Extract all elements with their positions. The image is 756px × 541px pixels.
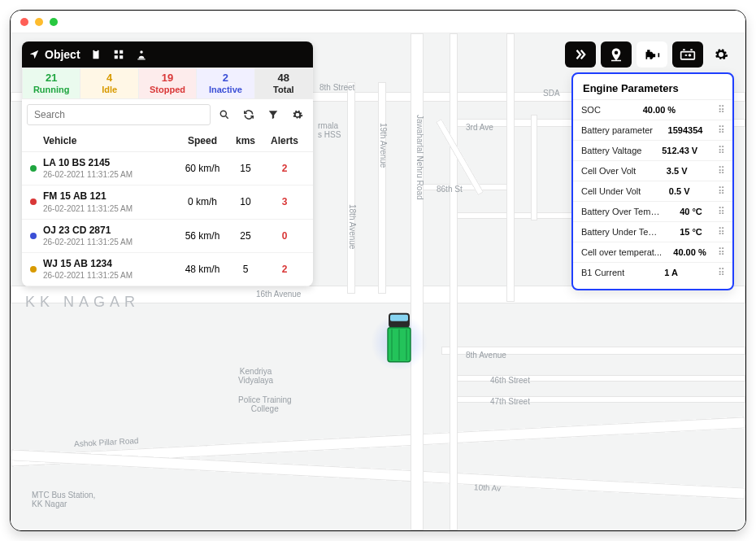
location-button[interactable] bbox=[601, 41, 632, 68]
param-label: Cell Over Volt bbox=[581, 166, 636, 176]
speed-cell: 56 km/h bbox=[178, 230, 227, 242]
param-label: SOC bbox=[581, 105, 601, 115]
drag-handle-icon[interactable]: ⠿ bbox=[718, 189, 724, 194]
param-value: 40.00 % bbox=[673, 247, 706, 257]
svg-rect-8 bbox=[93, 50, 98, 59]
param-value: 1 A bbox=[664, 268, 678, 277]
param-label: Battery Valtage bbox=[581, 146, 641, 155]
road bbox=[417, 184, 515, 190]
status-idle[interactable]: 4Idle bbox=[80, 68, 138, 99]
road bbox=[347, 82, 355, 294]
clipboard-icon[interactable] bbox=[89, 49, 103, 60]
status-total[interactable]: 48Total bbox=[255, 68, 313, 99]
filter-icon bbox=[267, 109, 279, 120]
road-label: 3rd Ave bbox=[466, 123, 493, 132]
grid-icon[interactable] bbox=[111, 49, 126, 60]
param-value: 1594354 bbox=[668, 125, 703, 135]
engine-button[interactable] bbox=[637, 41, 667, 68]
map-poi: Kendriya Vidyalaya bbox=[238, 367, 273, 385]
panel-settings-button[interactable] bbox=[287, 104, 308, 125]
drag-handle-icon[interactable]: ⠿ bbox=[718, 229, 724, 234]
window-close-dot[interactable] bbox=[20, 18, 28, 26]
svg-rect-10 bbox=[114, 50, 117, 54]
top-toolbar bbox=[565, 41, 734, 68]
drag-handle-icon[interactable]: ⠿ bbox=[718, 250, 724, 255]
search-row bbox=[22, 99, 313, 130]
status-dot bbox=[30, 165, 37, 172]
vehicle-cell: WJ 15 AB 123426-02-2021 11:31:25 AM bbox=[43, 258, 178, 281]
speed-cell: 60 km/h bbox=[178, 163, 227, 174]
expand-button[interactable] bbox=[565, 41, 596, 68]
object-panel-title: Object bbox=[45, 48, 80, 61]
window-titlebar bbox=[11, 11, 745, 33]
settings-button[interactable] bbox=[708, 41, 734, 68]
road-label: 10th Av bbox=[474, 482, 502, 493]
status-dot bbox=[30, 233, 37, 239]
vehicle-cell: OJ 23 CD 287126-02-2021 11:31:25 AM bbox=[43, 225, 178, 247]
road-label: 8th Street bbox=[319, 83, 354, 92]
refresh-button[interactable] bbox=[238, 104, 259, 125]
gear-icon bbox=[714, 47, 728, 62]
kms-cell: 10 bbox=[227, 196, 264, 207]
window-maximize-dot[interactable] bbox=[50, 18, 58, 26]
map-poi: SDA bbox=[543, 89, 560, 98]
person-pin-icon[interactable] bbox=[134, 49, 149, 60]
alerts-cell: 2 bbox=[264, 163, 305, 174]
param-label: B1 Current bbox=[581, 268, 624, 277]
svg-rect-9 bbox=[94, 50, 98, 51]
drag-handle-icon[interactable]: ⠿ bbox=[718, 168, 724, 173]
param-label: Battery Over Temper... bbox=[581, 207, 664, 216]
status-stopped[interactable]: 19Stopped bbox=[139, 68, 197, 99]
drag-handle-icon[interactable]: ⠿ bbox=[718, 128, 724, 133]
svg-rect-12 bbox=[114, 55, 117, 59]
status-dot bbox=[30, 199, 37, 205]
param-value: 3.5 V bbox=[667, 166, 688, 176]
engine-panel-title: Engine Parameters bbox=[573, 81, 732, 99]
truck-icon bbox=[385, 312, 413, 365]
table-row[interactable]: WJ 15 AB 123426-02-2021 11:31:25 AM 48 k… bbox=[22, 253, 313, 286]
svg-rect-7 bbox=[681, 52, 695, 59]
drag-handle-icon[interactable]: ⠿ bbox=[718, 148, 724, 153]
road-label: Ashok Pillar Road bbox=[74, 436, 139, 448]
road-label: 16th Avenue bbox=[256, 290, 301, 299]
table-row[interactable]: FM 15 AB 12126-02-2021 11:31:25 AM 0 km/… bbox=[22, 185, 313, 219]
vehicle-marker[interactable] bbox=[371, 314, 428, 371]
vehicle-table-body: LA 10 BS 214526-02-2021 11:31:25 AM 60 k… bbox=[22, 152, 313, 287]
road-label: 8th Avenue bbox=[466, 351, 506, 360]
map-area-label: KK NAGAR bbox=[25, 294, 140, 311]
drag-handle-icon[interactable]: ⠿ bbox=[718, 209, 724, 214]
status-summary: 21Running 4Idle 19Stopped 2Inactive 48To… bbox=[22, 68, 313, 99]
param-label: Battery Under Temp... bbox=[581, 227, 664, 237]
svg-rect-13 bbox=[119, 55, 123, 59]
road-label: Jawaharlal Nehru Road bbox=[415, 115, 424, 200]
drag-handle-icon[interactable]: ⠿ bbox=[718, 270, 724, 275]
svg-point-16 bbox=[220, 111, 226, 116]
table-row[interactable]: OJ 23 CD 287126-02-2021 11:31:25 AM 56 k… bbox=[22, 220, 313, 253]
vehicle-cell: FM 15 AB 12126-02-2021 11:31:25 AM bbox=[43, 190, 178, 213]
filter-button[interactable] bbox=[263, 104, 284, 125]
svg-point-14 bbox=[140, 50, 143, 54]
table-row[interactable]: LA 10 BS 214526-02-2021 11:31:25 AM 60 k… bbox=[22, 152, 313, 185]
col-kms: kms bbox=[227, 135, 264, 146]
engine-param-row: Battery Under Temp... 15 °C ⠿ bbox=[573, 221, 732, 242]
param-value: 512.43 V bbox=[662, 146, 697, 155]
engine-param-row: Battery Over Temper... 40 °C ⠿ bbox=[573, 201, 732, 221]
col-vehicle: Vehicle bbox=[43, 135, 178, 146]
status-inactive[interactable]: 2Inactive bbox=[197, 68, 254, 99]
engine-param-row: Battery Valtage 512.43 V ⠿ bbox=[573, 140, 732, 160]
vehicle-cell: LA 10 BS 214526-02-2021 11:31:25 AM bbox=[43, 157, 178, 180]
search-input[interactable] bbox=[27, 104, 211, 125]
window-minimize-dot[interactable] bbox=[35, 18, 43, 26]
battery-button[interactable] bbox=[672, 41, 703, 68]
search-button[interactable] bbox=[214, 104, 235, 125]
drag-handle-icon[interactable]: ⠿ bbox=[718, 107, 724, 112]
refresh-icon bbox=[243, 109, 254, 120]
status-dot bbox=[30, 266, 37, 273]
param-label: Battery parameter bbox=[581, 125, 653, 135]
status-running[interactable]: 21Running bbox=[22, 68, 80, 99]
map-poi: Police Training College bbox=[238, 395, 292, 413]
navigation-icon bbox=[28, 49, 40, 60]
road bbox=[411, 33, 424, 530]
object-panel: Object 21Running 4Idle 19Stopped 2Inacti… bbox=[22, 41, 313, 286]
road-label: 19th Avenue bbox=[379, 123, 388, 168]
